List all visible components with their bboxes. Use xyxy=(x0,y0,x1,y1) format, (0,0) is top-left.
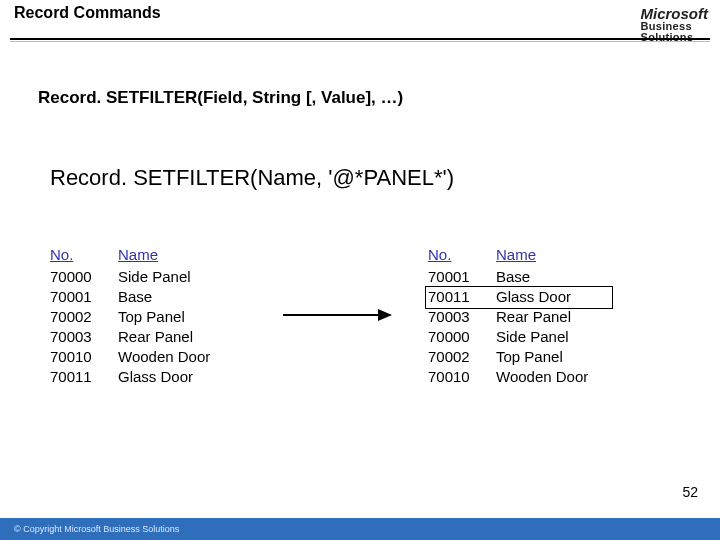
table-cell: Wooden Door xyxy=(118,347,248,367)
table-cell: Rear Panel xyxy=(496,307,626,327)
table-cell: Glass Door xyxy=(496,287,626,307)
arrow-right-icon xyxy=(278,300,398,330)
table-cell: Rear Panel xyxy=(118,327,248,347)
right-name-column: Name Base Glass Door Rear Panel Side Pan… xyxy=(496,245,626,387)
table-cell: Top Panel xyxy=(496,347,626,367)
divider-thin xyxy=(10,41,710,42)
table-cell: 70010 xyxy=(428,367,496,387)
table-cell: Wooden Door xyxy=(496,367,626,387)
left-table: No. 70000 70001 70002 70003 70010 70011 … xyxy=(50,245,248,387)
table-cell: 70000 xyxy=(428,327,496,347)
arrow-area xyxy=(248,245,428,385)
code-example: Record. SETFILTER(Name, '@*PANEL*') xyxy=(50,165,454,191)
page-number: 52 xyxy=(682,484,698,500)
tables-area: No. 70000 70001 70002 70003 70010 70011 … xyxy=(50,245,670,387)
right-name-header: Name xyxy=(496,245,626,265)
left-no-header: No. xyxy=(50,245,118,265)
footer-text: © Copyright Microsoft Business Solutions xyxy=(14,524,179,534)
table-cell: Side Panel xyxy=(496,327,626,347)
table-cell: 70001 xyxy=(50,287,118,307)
table-cell: 70002 xyxy=(50,307,118,327)
table-cell: Side Panel xyxy=(118,267,248,287)
table-cell: Glass Door xyxy=(118,367,248,387)
left-name-header: Name xyxy=(118,245,248,265)
page-title: Record Commands xyxy=(14,4,161,22)
table-cell: Base xyxy=(118,287,248,307)
table-cell: 70000 xyxy=(50,267,118,287)
table-cell: 70003 xyxy=(428,307,496,327)
logo-line-1: Microsoft xyxy=(641,6,709,21)
table-cell: 70003 xyxy=(50,327,118,347)
table-cell: 70011 xyxy=(50,367,118,387)
left-no-column: No. 70000 70001 70002 70003 70010 70011 xyxy=(50,245,118,387)
right-no-column: No. 70001 70011 70003 70000 70002 70010 xyxy=(428,245,496,387)
table-cell: 70010 xyxy=(50,347,118,367)
table-cell: 70011 xyxy=(428,287,496,307)
footer-bar: © Copyright Microsoft Business Solutions xyxy=(0,518,720,540)
slide: Record Commands Microsoft Business Solut… xyxy=(0,0,720,540)
divider xyxy=(10,38,710,40)
left-name-column: Name Side Panel Base Top Panel Rear Pane… xyxy=(118,245,248,387)
table-cell: Base xyxy=(496,267,626,287)
table-cell: Top Panel xyxy=(118,307,248,327)
right-table: No. 70001 70011 70003 70000 70002 70010 … xyxy=(428,245,626,387)
syntax-signature: Record. SETFILTER(Field, String [, Value… xyxy=(38,88,403,108)
svg-marker-1 xyxy=(378,309,392,321)
right-no-header: No. xyxy=(428,245,496,265)
table-cell: 70001 xyxy=(428,267,496,287)
table-cell: 70002 xyxy=(428,347,496,367)
